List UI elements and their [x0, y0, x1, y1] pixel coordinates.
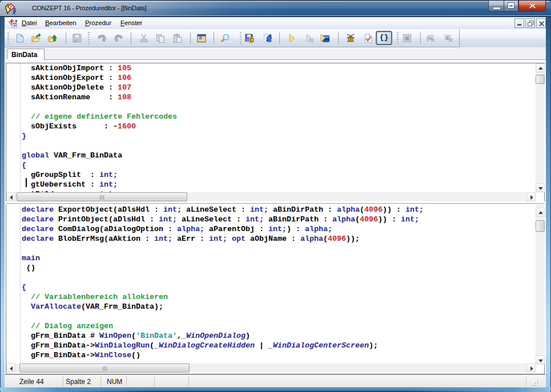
svg-text:B: B [447, 36, 449, 40]
svg-text:B: B [405, 36, 409, 41]
svg-text:APP: APP [324, 38, 329, 41]
svg-text:C: C [250, 37, 253, 43]
